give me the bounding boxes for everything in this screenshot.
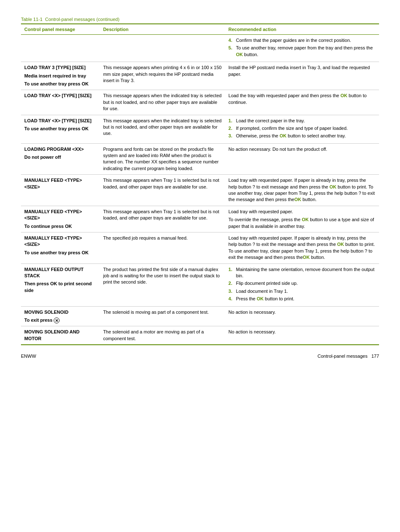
action-cell: No action is necessary. [225,306,379,326]
description-cell: The solenoid is moving as part of a comp… [100,306,225,326]
message-cell: MANUALLY FEED OUTPUT STACKThen press OK … [21,263,100,306]
action-cell: Load tray with requested paper. If paper… [225,175,379,206]
table-row: MANUALLY FEED <TYPE> <SIZE>This message … [21,175,379,206]
message-cell [21,35,100,62]
action-cell: No action is necessary. [225,326,379,345]
table-row: MANUALLY FEED <TYPE> <SIZE>To use anothe… [21,232,379,263]
action-cell: No action necessary. Do not turn the pro… [225,143,379,175]
message-cell: MANUALLY FEED <TYPE> <SIZE>To use anothe… [21,232,100,263]
page-footer: ENWW Control-panel messages 177 [21,354,379,359]
table-row: MANUALLY FEED OUTPUT STACKThen press OK … [21,263,379,306]
main-table: Control panel message Description Recomm… [21,23,379,345]
message-cell: LOAD TRAY 3 [TYPE] [SIZE]Media insert re… [21,62,100,90]
description-cell: This message appears when Tray 1 is sele… [100,206,225,232]
action-cell: 4.Confirm that the paper guides are in t… [225,35,379,62]
col-header-message: Control panel message [21,24,100,35]
table-row: LOAD TRAY <X> [TYPE] [SIZE]To use anothe… [21,115,379,143]
message-cell: MANUALLY FEED <TYPE> <SIZE>To continue p… [21,206,100,232]
table-row: MOVING SOLENOID AND MOTORThe solenoid an… [21,326,379,345]
description-cell: This message appears when the indicated … [100,115,225,143]
message-cell: LOAD TRAY <X> [TYPE] [SIZE] [21,90,100,115]
table-title: Table 11-1 Control-panel messages (conti… [21,17,379,22]
footer-left: ENWW [21,354,36,359]
description-cell [100,35,225,62]
col-header-action: Recommended action [225,24,379,35]
table-row: LOAD TRAY 3 [TYPE] [SIZE]Media insert re… [21,62,379,90]
action-cell: 1.Maintaining the same orientation, remo… [225,263,379,306]
message-cell: MANUALLY FEED <TYPE> <SIZE> [21,175,100,206]
col-header-description: Description [100,24,225,35]
description-cell: This message appears when Tray 1 is sele… [100,175,225,206]
message-cell: MOVING SOLENOIDTo exit press ✕ [21,306,100,326]
description-cell: The product has printed the first side o… [100,263,225,306]
action-cell: 1.Load the correct paper in the tray.2.I… [225,115,379,143]
table-row: LOADING PROGRAM <XX>Do not power offProg… [21,143,379,175]
description-cell: Programs and fonts can be stored on the … [100,143,225,175]
table-row: MOVING SOLENOIDTo exit press ✕The soleno… [21,306,379,326]
table-row: MANUALLY FEED <TYPE> <SIZE>To continue p… [21,206,379,232]
description-cell: This message appears when the indicated … [100,90,225,115]
action-cell: Install the HP postcard media insert in … [225,62,379,90]
action-cell: Load tray with requested paper. If paper… [225,232,379,263]
message-cell: LOAD TRAY <X> [TYPE] [SIZE]To use anothe… [21,115,100,143]
action-cell: Load the tray with requested paper and t… [225,90,379,115]
table-row: LOAD TRAY <X> [TYPE] [SIZE]This message … [21,90,379,115]
message-cell: MOVING SOLENOID AND MOTOR [21,326,100,345]
table-header-row: Control panel message Description Recomm… [21,24,379,35]
footer-right: Control-panel messages 177 [317,354,379,359]
description-cell: This message appears when printing 4 x 6… [100,62,225,90]
action-cell: Load tray with requested paper.To overri… [225,206,379,232]
description-cell: The specified job requires a manual feed… [100,232,225,263]
table-row: 4.Confirm that the paper guides are in t… [21,35,379,62]
description-cell: The solenoid and a motor are moving as p… [100,326,225,345]
message-cell: LOADING PROGRAM <XX>Do not power off [21,143,100,175]
